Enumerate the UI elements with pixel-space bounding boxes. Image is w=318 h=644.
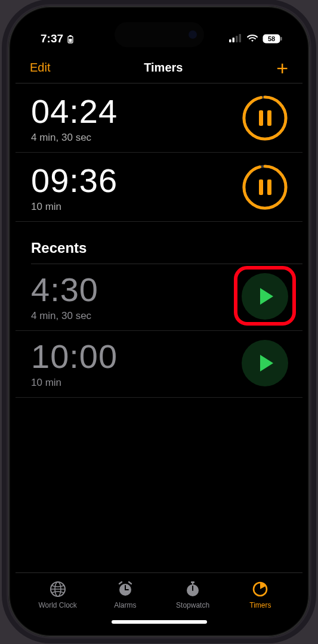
svg-rect-6 (239, 34, 242, 42)
phone-frame: 7:37 58 (8, 6, 310, 637)
svg-line-21 (129, 582, 131, 584)
tab-label: Alarms (114, 601, 136, 609)
alarm-icon (116, 580, 134, 598)
timer-label: 4 min, 30 sec (31, 132, 118, 144)
tab-label: World Clock (38, 601, 76, 609)
recent-label: 4 min, 30 sec (31, 310, 98, 322)
tab-label: Stopwatch (176, 601, 209, 609)
recent-info: 10:00 10 min (31, 337, 118, 389)
svg-text:58: 58 (268, 35, 275, 42)
nav-header: Edit Timers + (16, 48, 302, 83)
recent-timer-row[interactable]: 4:30 4 min, 30 sec (16, 264, 302, 331)
start-recent-button[interactable] (242, 340, 288, 386)
globe-icon (49, 580, 67, 598)
recent-info: 4:30 4 min, 30 sec (31, 270, 98, 322)
recent-timer-row[interactable]: 10:00 10 min (16, 331, 302, 398)
pause-button[interactable] (242, 95, 288, 141)
start-recent-button[interactable] (242, 273, 288, 320)
pause-icon (259, 179, 271, 195)
page-title: Timers (144, 61, 183, 75)
status-time: 7:37 (41, 32, 63, 45)
svg-line-20 (119, 582, 122, 584)
tab-stopwatch[interactable]: Stopwatch (159, 580, 227, 609)
timer-info: 09:36 10 min (31, 161, 118, 213)
active-timer-row[interactable]: 09:36 10 min (16, 153, 302, 222)
svg-rect-4 (233, 38, 235, 42)
svg-rect-2 (69, 39, 72, 42)
play-button-wrap (242, 273, 288, 320)
tab-timers[interactable]: Timers (227, 580, 294, 609)
add-timer-button[interactable]: + (276, 62, 288, 74)
status-left: 7:37 (41, 32, 75, 45)
timer-icon (251, 580, 269, 598)
recent-duration: 4:30 (31, 270, 98, 309)
battery-icon: 58 (263, 34, 282, 44)
play-icon (260, 288, 273, 305)
svg-rect-1 (69, 35, 72, 36)
stopwatch-icon (184, 580, 202, 598)
cellular-icon (229, 32, 242, 45)
timer-info: 04:24 4 min, 30 sec (31, 92, 118, 144)
edit-button[interactable]: Edit (30, 61, 50, 75)
tab-alarms[interactable]: Alarms (91, 580, 159, 609)
dynamic-island (115, 22, 204, 47)
play-icon (260, 355, 273, 371)
svg-rect-8 (281, 37, 282, 41)
timer-remaining: 09:36 (31, 161, 118, 200)
home-indicator[interactable] (112, 620, 207, 624)
svg-rect-23 (191, 581, 194, 583)
content[interactable]: 04:24 4 min, 30 sec 09:36 10 min (16, 83, 302, 572)
wifi-icon (246, 32, 258, 45)
tab-label: Timers (249, 601, 271, 609)
pause-button[interactable] (242, 164, 288, 210)
recent-label: 10 min (31, 377, 118, 389)
screen: 7:37 58 (16, 13, 302, 630)
active-timer-row[interactable]: 04:24 4 min, 30 sec (16, 83, 302, 153)
recent-duration: 10:00 (31, 337, 118, 376)
recents-header: Recents (16, 222, 302, 264)
svg-rect-3 (229, 39, 231, 42)
timer-label: 10 min (31, 201, 118, 213)
status-right: 58 (229, 32, 282, 45)
pause-icon (259, 110, 271, 126)
svg-rect-5 (236, 36, 238, 42)
low-power-icon (66, 34, 75, 44)
timer-remaining: 04:24 (31, 92, 118, 131)
tab-world-clock[interactable]: World Clock (24, 580, 91, 609)
